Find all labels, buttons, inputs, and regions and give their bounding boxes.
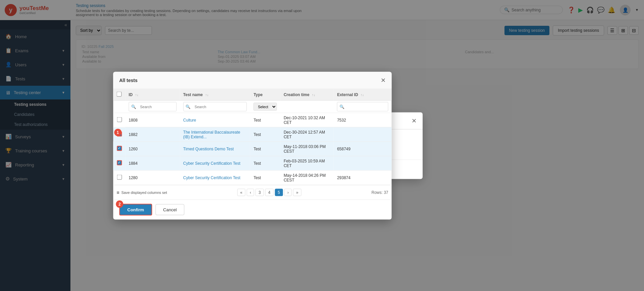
row-external-id: 293874	[334, 170, 392, 185]
all-tests-close-button[interactable]: ✕	[381, 76, 386, 84]
sort-arrows-id[interactable]: ↑↓	[135, 93, 139, 96]
page-3-btn[interactable]: 3	[256, 189, 264, 196]
search-id-wrapper: 🔍	[129, 102, 177, 111]
sort-arrows-name[interactable]: ↑↓	[205, 93, 209, 96]
table-row: 1260 Timed Questions Demo Test Test May-…	[113, 142, 392, 156]
header-creation-time: Creation time ↑↓	[280, 89, 334, 100]
row-creation-time: May-14-2018 04:26 PM CEST	[280, 170, 334, 185]
sort-arrows-ext-id[interactable]: ↑↓	[361, 93, 364, 96]
row-checkbox-col	[113, 156, 125, 170]
row-type: Test	[250, 113, 280, 127]
save-columns-row: ≡ Save displayed columns set	[117, 190, 167, 195]
header-checkbox-col	[113, 89, 125, 100]
row-test-link[interactable]: Cyber Security Certification Test	[183, 161, 240, 165]
checkbox-badge-wrapper: 1	[117, 131, 122, 137]
search-type-select[interactable]: Select one Test	[254, 102, 277, 111]
row-checkbox[interactable]	[117, 117, 122, 122]
search-id-icon: 🔍	[131, 104, 136, 109]
search-id-input[interactable]	[138, 103, 174, 110]
all-tests-table: ID ↑↓ Test name ↑↓ Type Creation time ↑↓…	[113, 89, 392, 185]
row-checkbox-col	[113, 113, 125, 127]
row-test-name: Cyber Security Certification Test	[180, 156, 250, 170]
search-name-cell: 🔍	[180, 100, 250, 113]
sort-arrows-creation[interactable]: ↑↓	[312, 93, 315, 96]
table-row: 1 1882 The International Baccalaureate (…	[113, 127, 392, 142]
all-tests-modal-title: All tests	[119, 77, 138, 83]
search-ext-id-wrapper: 🔍	[337, 102, 388, 111]
last-page-btn[interactable]: »	[293, 189, 302, 196]
next-page-btn[interactable]: ›	[284, 189, 292, 196]
row-type: Test	[250, 142, 280, 156]
row-test-link[interactable]: Cyber Security Certification Test	[183, 175, 240, 180]
badge-1: 1	[114, 129, 121, 136]
cancel-all-tests-button[interactable]: Cancel	[155, 204, 184, 215]
select-all-checkbox[interactable]	[117, 91, 122, 96]
page-4-btn[interactable]: 4	[265, 189, 273, 196]
table-search-row: 🔍 🔍 Select one	[113, 100, 392, 113]
row-test-link[interactable]: The International Baccalaureate (IB) Ext…	[183, 130, 240, 139]
row-test-link[interactable]: Culture	[183, 118, 196, 122]
row-id: 1280	[125, 170, 180, 185]
search-name-input[interactable]	[192, 103, 245, 110]
row-external-id	[334, 127, 392, 142]
search-checkbox-col	[113, 100, 125, 113]
modal-overlay: New testing session ✕ Active testing ses…	[0, 0, 644, 291]
row-creation-time: Feb-03-2025 10:59 AM CET	[280, 156, 334, 170]
header-id: ID ↑↓	[125, 89, 180, 100]
search-name-icon: 🔍	[185, 104, 191, 109]
badge-2: 2	[116, 200, 123, 208]
rows-count: Rows: 37	[371, 190, 388, 195]
row-creation-time: Dec-10-2021 10:32 AM CET	[280, 113, 334, 127]
page-5-btn[interactable]: 5	[275, 189, 283, 196]
row-external-id	[334, 156, 392, 170]
row-creation-time: Dec-30-2024 12:57 AM CET	[280, 127, 334, 142]
row-creation-time: May-11-2018 03:06 PM CEST	[280, 142, 334, 156]
row-external-id: 658749	[334, 142, 392, 156]
search-ext-id-icon: 🔍	[339, 104, 344, 109]
search-type-cell: Select one Test	[250, 100, 280, 113]
table-body: 1808 Culture Test Dec-10-2021 10:32 AM C…	[113, 113, 392, 185]
all-tests-modal: All tests ✕ ID ↑↓ Test name ↑↓ Type Crea…	[113, 72, 392, 219]
row-type: Test	[250, 127, 280, 142]
prev-page-btn[interactable]: ‹	[247, 189, 254, 196]
outer-modal-close-button[interactable]: ✕	[412, 117, 417, 124]
row-test-name: Cyber Security Certification Test	[180, 170, 250, 185]
row-checkbox[interactable]	[117, 146, 122, 151]
confirm-wrapper: 2 Confirm	[119, 204, 152, 215]
row-test-name: The International Baccalaureate (IB) Ext…	[180, 127, 250, 142]
search-name-wrapper: 🔍	[183, 102, 247, 111]
table-row: 1280 Cyber Security Certification Test T…	[113, 170, 392, 185]
row-test-name: Timed Questions Demo Test	[180, 142, 250, 156]
row-test-name: Culture	[180, 113, 250, 127]
header-external-id: External ID ↑↓	[334, 89, 392, 100]
row-id: 1882	[125, 127, 180, 142]
first-page-btn[interactable]: «	[237, 189, 246, 196]
table-row: 1808 Culture Test Dec-10-2021 10:32 AM C…	[113, 113, 392, 127]
confirm-button[interactable]: Confirm	[119, 204, 152, 215]
hamburger-icon: ≡	[117, 190, 119, 195]
save-columns-link[interactable]: Save displayed columns set	[121, 190, 167, 194]
row-external-id: 7532	[334, 113, 392, 127]
row-test-link[interactable]: Timed Questions Demo Test	[183, 146, 234, 151]
pagination-row: ≡ Save displayed columns set « ‹ 3 4 5 ›…	[113, 185, 392, 199]
row-checkbox[interactable]	[117, 174, 122, 179]
all-tests-modal-inner: All tests ✕ ID ↑↓ Test name ↑↓ Type Crea…	[113, 72, 392, 219]
page-buttons: « ‹ 3 4 5 › »	[237, 189, 301, 196]
header-type: Type	[250, 89, 280, 100]
row-checkbox-col	[113, 170, 125, 185]
row-checkbox[interactable]	[117, 160, 122, 165]
modal-action-row: 2 Confirm Cancel	[113, 199, 392, 219]
header-test-name: Test name ↑↓	[180, 89, 250, 100]
table-header-row: ID ↑↓ Test name ↑↓ Type Creation time ↑↓…	[113, 89, 392, 100]
all-tests-modal-header: All tests ✕	[113, 72, 392, 89]
row-checkbox-col: 1	[113, 127, 125, 142]
row-checkbox-col	[113, 142, 125, 156]
row-id: 1260	[125, 142, 180, 156]
search-ext-id-input[interactable]	[346, 103, 386, 110]
row-id: 1884	[125, 156, 180, 170]
row-type: Test	[250, 156, 280, 170]
row-type: Test	[250, 170, 280, 185]
search-creation-cell	[280, 100, 334, 113]
search-ext-id-cell: 🔍	[334, 100, 392, 113]
search-id-cell: 🔍	[125, 100, 180, 113]
